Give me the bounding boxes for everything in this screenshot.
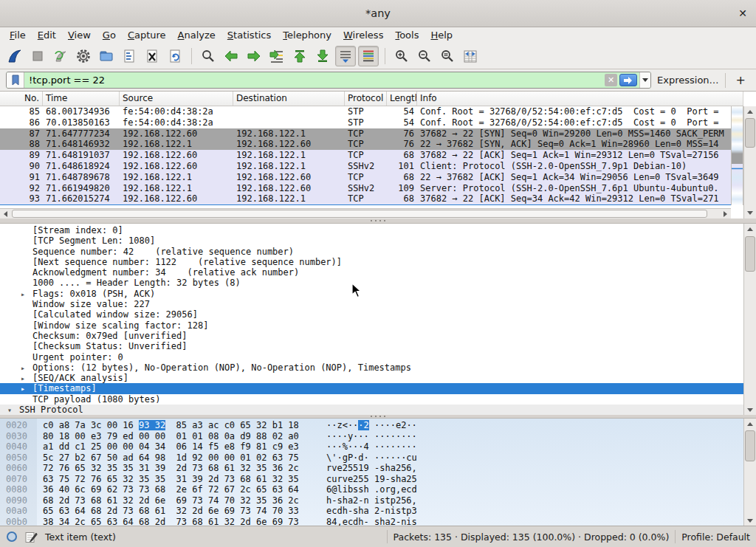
column-header-info[interactable]: Info (417, 92, 743, 106)
add-filter-button[interactable]: + (732, 73, 750, 87)
stop-capture-button[interactable] (27, 46, 48, 66)
hex-row-0080[interactable]: 008036 40 6c 69 62 73 73 68 2e 6f 72 67 … (0, 484, 743, 495)
detail-line[interactable]: TCP payload (1080 bytes) (0, 394, 743, 405)
packet-row-87[interactable]: 8771.647777234192.168.122.60192.168.122.… (0, 128, 731, 140)
go-to-top-button[interactable] (289, 46, 310, 66)
packet-row-93[interactable]: 9371.662015274192.168.122.60192.168.122.… (0, 193, 731, 204)
hex-bytes[interactable]: 80 18 00 e3 79 ed 00 00 01 01 08 0a d9 8… (37, 431, 312, 442)
detail-line[interactable]: [TCP Segment Len: 1080] (0, 235, 743, 246)
hex-ascii[interactable]: curve255 19-sha25 (312, 474, 417, 485)
expert-info-icon[interactable] (6, 531, 18, 543)
detail-line-timestamps-selected[interactable]: ▸[Timestamps] (0, 383, 743, 393)
hex-vertical-scrollbar[interactable] (743, 419, 756, 526)
detail-line-ssh-protocol[interactable]: ▾SSH Protocol (0, 405, 743, 415)
menu-telephony[interactable]: Telephony (277, 29, 337, 41)
hex-ascii[interactable]: h-sha2-n istp256, (312, 495, 417, 506)
menu-analyze[interactable]: Analyze (172, 29, 221, 41)
scroll-thumb[interactable] (745, 118, 755, 148)
detail-line[interactable]: Sequence number: 42 (relative sequence n… (0, 247, 743, 257)
restart-capture-button[interactable] (50, 46, 71, 66)
hex-ascii[interactable]: ··z<···2 ····e2·· (312, 420, 417, 431)
hex-bytes[interactable]: a1 dd c1 25 00 00 04 34 06 14 f5 e8 f9 8… (37, 441, 312, 453)
detail-line[interactable]: 1000 .... = Header Length: 32 bytes (8) (0, 278, 743, 288)
menu-help[interactable]: Help (425, 29, 458, 41)
packet-row-85[interactable]: 8568.001734936fe:54:00:d4:38:2aSTP54Conf… (0, 106, 731, 117)
expression-button[interactable]: Expression… (657, 75, 719, 86)
detail-line[interactable]: Acknowledgment number: 34 (relative ack … (0, 267, 743, 278)
detail-line-flags[interactable]: ▸Flags: 0x018 (PSH, ACK) (0, 289, 743, 299)
find-packet-button[interactable] (198, 46, 219, 66)
detail-line[interactable]: [Window size scaling factor: 128] (0, 320, 743, 331)
scroll-up-button[interactable] (744, 106, 756, 117)
packet-row-92[interactable]: 9271.661949820192.168.122.1192.168.122.6… (0, 183, 731, 194)
packet-list-minimap[interactable] (731, 106, 743, 205)
expander-icon[interactable]: ▸ (21, 289, 32, 299)
hex-ascii[interactable]: 6@libssh .org,ecd (312, 484, 417, 495)
hex-bytes[interactable]: 68 2d 73 68 61 32 2d 6e 69 73 74 70 32 3… (37, 495, 312, 506)
close-button[interactable]: ✕ (738, 0, 747, 27)
menu-tools[interactable]: Tools (389, 29, 425, 41)
hex-ascii[interactable]: ecdh-sha 2-nistp3 (312, 506, 417, 517)
hex-ascii[interactable]: ····y··· ········ (312, 431, 417, 442)
scroll-up-button[interactable] (744, 419, 756, 430)
go-to-packet-button[interactable] (267, 46, 287, 66)
hex-bytes[interactable]: c0 a8 7a 3c 00 16 93 32 85 a3 ac c0 65 3… (37, 420, 312, 431)
hex-row-00b0[interactable]: 00b038 34 2c 65 63 64 68 2d 73 68 61 32 … (0, 517, 743, 526)
column-header-destination[interactable]: Destination (233, 92, 345, 106)
scroll-up-button[interactable] (744, 224, 756, 235)
colorize-toggle[interactable] (358, 46, 379, 66)
filter-history-dropdown[interactable] (639, 72, 650, 88)
filter-clear-button[interactable]: ✕ (605, 74, 617, 86)
filter-expression-text[interactable]: !tcp.port == 22 (24, 75, 605, 86)
scroll-right-button[interactable] (720, 209, 731, 219)
zoom-out-button[interactable] (414, 46, 435, 66)
hex-bytes[interactable]: 36 40 6c 69 62 73 73 68 2e 6f 72 67 2c 6… (37, 484, 312, 495)
hex-row-0030[interactable]: 003080 18 00 e3 79 ed 00 00 01 01 08 0a … (0, 431, 743, 442)
hex-ascii[interactable]: \'·gP·d· ······cu (312, 453, 417, 464)
hex-bytes[interactable]: 65 63 64 68 2d 73 68 61 32 2d 6e 69 73 7… (37, 506, 312, 517)
detail-line[interactable]: Urgent pointer: 0 (0, 352, 743, 362)
menu-view[interactable]: View (62, 29, 97, 41)
zoom-in-button[interactable] (391, 46, 412, 66)
scroll-thumb[interactable] (745, 430, 755, 461)
packet-row-86[interactable]: 8670.013850163fe:54:00:d4:38:2aSTP54Conf… (0, 117, 731, 128)
column-header-no[interactable]: No. (0, 92, 43, 106)
scroll-left-button[interactable] (0, 209, 11, 219)
expander-icon[interactable]: ▸ (21, 384, 32, 393)
column-header-protocol[interactable]: Protocol (345, 92, 387, 106)
close-capture-button[interactable] (142, 46, 162, 66)
auto-scroll-toggle[interactable] (335, 46, 356, 66)
packet-list-horizontal-scrollbar[interactable] (0, 208, 731, 219)
packet-row-89[interactable]: 8971.648191037192.168.122.60192.168.122.… (0, 150, 731, 161)
scroll-down-button[interactable] (744, 405, 756, 415)
hex-row-0070[interactable]: 007063 75 72 76 65 32 35 35 31 39 2d 73 … (0, 474, 743, 485)
detail-line[interactable]: [Stream index: 0] (0, 225, 743, 235)
menu-file[interactable]: File (4, 29, 32, 41)
menu-wireless[interactable]: Wireless (337, 29, 389, 41)
packet-row-91[interactable]: 9171.648789678192.168.122.1192.168.122.6… (0, 172, 731, 183)
hex-ascii[interactable]: rve25519 -sha256, (312, 463, 417, 474)
detail-line[interactable]: Checksum: 0x79ed [unverified] (0, 331, 743, 341)
go-forward-button[interactable] (244, 46, 264, 66)
hex-bytes[interactable]: 5c 27 b2 67 50 ad 64 98 1d 92 00 00 01 0… (37, 453, 312, 464)
hex-row-0040[interactable]: 0040a1 dd c1 25 00 00 04 34 06 14 f5 e8 … (0, 441, 743, 453)
filter-apply-button[interactable] (619, 74, 637, 86)
hex-bytes[interactable]: 63 75 72 76 65 32 35 35 31 39 2d 73 68 6… (37, 474, 312, 485)
scroll-thumb[interactable] (745, 236, 755, 272)
menu-capture[interactable]: Capture (122, 29, 172, 41)
packet-row-88[interactable]: 8871.648146932192.168.122.1192.168.122.6… (0, 139, 731, 150)
hex-ascii[interactable]: ···%···4 ········ (312, 441, 417, 453)
detail-line[interactable]: [Calculated window size: 29056] (0, 309, 743, 320)
menu-go[interactable]: Go (97, 29, 122, 41)
hex-ascii[interactable]: 84,ecdh- sha2-nis (312, 517, 417, 526)
go-to-bottom-button[interactable] (312, 46, 333, 66)
detail-line[interactable]: [Next sequence number: 1122 (relative se… (0, 257, 743, 267)
menu-statistics[interactable]: Statistics (221, 29, 277, 41)
hex-row-00a0[interactable]: 00a065 63 64 68 2d 73 68 61 32 2d 6e 69 … (0, 506, 743, 517)
packet-row-90[interactable]: 9071.648618924192.168.122.60192.168.122.… (0, 161, 731, 172)
expander-icon[interactable]: ▾ (7, 405, 19, 415)
open-capture-button[interactable] (96, 46, 117, 66)
column-header-source[interactable]: Source (120, 92, 233, 106)
detail-vertical-scrollbar[interactable] (743, 224, 756, 415)
capture-comment-icon[interactable] (25, 531, 38, 543)
